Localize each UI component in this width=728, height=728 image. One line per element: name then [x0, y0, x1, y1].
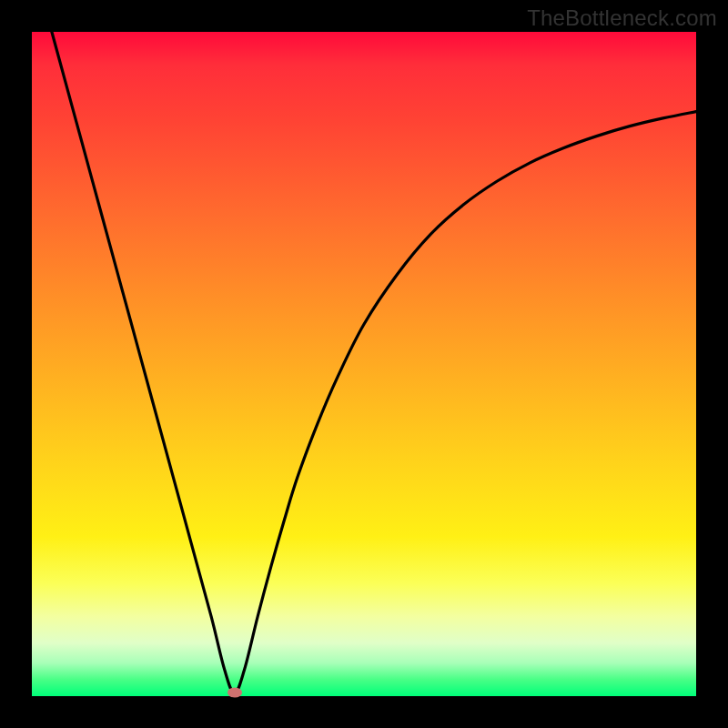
chart-frame: TheBottleneck.com [0, 0, 728, 728]
minimum-marker [228, 688, 242, 698]
watermark-text: TheBottleneck.com [527, 5, 717, 31]
bottleneck-curve [32, 32, 696, 696]
gradient-plot-area [32, 32, 696, 696]
